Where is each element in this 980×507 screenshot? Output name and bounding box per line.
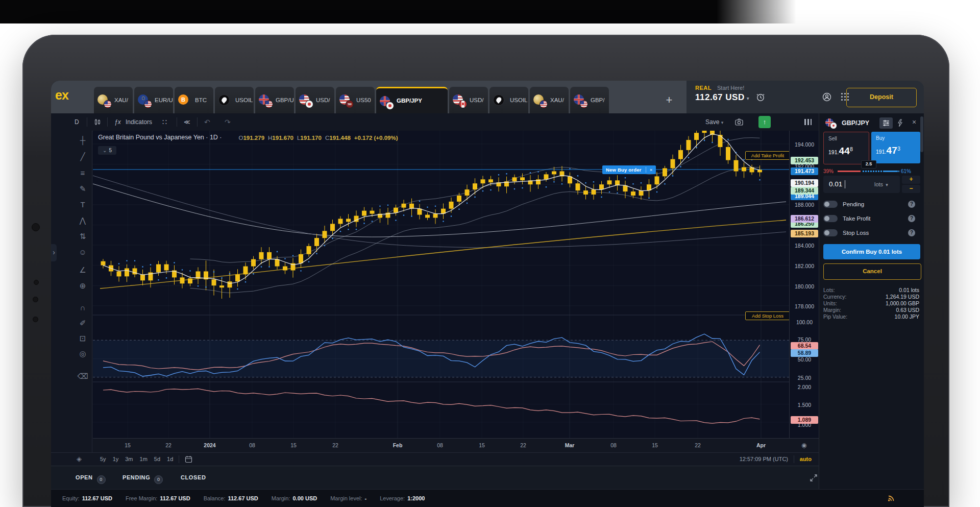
profile-icon[interactable] <box>822 92 832 102</box>
fib-retracement-icon[interactable]: ≡ <box>77 168 89 177</box>
new-buy-order-tag[interactable]: New Buy order× <box>602 165 656 174</box>
metric-marginlevel: Margin level:- <box>330 495 366 501</box>
layout-grid-icon[interactable]: ∷ <box>162 113 167 131</box>
indicators-button[interactable]: Indicators <box>126 113 152 131</box>
sell-button[interactable]: Sell 191.448 <box>823 132 869 164</box>
text-cursor <box>845 180 845 188</box>
symbol-tab-gbpu[interactable]: GBP/U <box>255 87 294 113</box>
emoji-icon[interactable]: ☺ <box>77 248 89 256</box>
connection-status-icon <box>887 494 895 502</box>
help-icon[interactable]: ? <box>908 215 915 222</box>
symbol-tab-euru[interactable]: EUR/U <box>134 87 173 113</box>
one-click-trading-button[interactable] <box>894 117 907 129</box>
timeframe-button[interactable]: D <box>75 113 79 131</box>
toggle-label: Take Profit <box>843 215 870 222</box>
axis-settings-icon[interactable]: ◉ <box>801 442 806 449</box>
zoom-in-icon[interactable]: ⊕ <box>77 281 89 291</box>
panel-close-icon[interactable]: × <box>912 118 916 126</box>
symbol-tab-btc[interactable]: BBTC <box>175 87 213 113</box>
publish-idea-button[interactable]: ↑ <box>758 116 771 128</box>
metric-freemargin: Free Margin:112.67 USD <box>126 495 190 501</box>
text-icon[interactable]: T <box>77 200 89 209</box>
confirm-buy-button[interactable]: Confirm Buy 0.01 lots <box>823 244 920 259</box>
range-3m[interactable]: 3m <box>125 456 133 462</box>
range-5d[interactable]: 5d <box>154 456 160 462</box>
lots-unit-dropdown[interactable]: lots▾ <box>874 181 888 187</box>
toggle-take-profit[interactable] <box>823 215 838 222</box>
volume-input[interactable]: 0.01 lots▾ <box>823 176 900 193</box>
symbol-tab-usd[interactable]: USD/ <box>449 87 488 113</box>
symbol-tab-usoil[interactable]: USOIL <box>215 87 254 113</box>
redo-icon[interactable]: ↷ <box>225 113 231 131</box>
toggle-pending[interactable] <box>823 201 838 208</box>
drawing-mode-icon[interactable]: ✐ <box>77 319 89 328</box>
symbol-tab-gbp[interactable]: GBP/ <box>570 87 609 113</box>
add-instrument-button[interactable]: + <box>662 93 677 108</box>
chart-type-icon[interactable] <box>94 118 101 126</box>
chart-canvas[interactable] <box>93 131 789 438</box>
panel-settings-button[interactable] <box>879 117 893 129</box>
price-chart-svg[interactable] <box>93 131 789 438</box>
price-axis[interactable]: 194.000192.453192.000191.473190.194189.3… <box>789 131 819 438</box>
hide-drawings-icon[interactable]: ◎ <box>77 349 89 358</box>
volume-decrease-button[interactable]: − <box>902 185 920 193</box>
go-to-date-icon[interactable] <box>185 455 192 463</box>
long-position-icon[interactable]: ⇅ <box>77 232 89 241</box>
cancel-button[interactable]: Cancel <box>823 263 921 280</box>
symbol-tab-xau[interactable]: XAU/ <box>94 87 133 113</box>
range-1y[interactable]: 1y <box>113 456 119 462</box>
measure-icon[interactable]: ∠ <box>77 265 89 275</box>
symbol-tab-xau[interactable]: XAU/ <box>530 87 569 113</box>
symbol-tab-us50[interactable]: 500US50 <box>336 87 375 113</box>
ohlc-value: 191.670 <box>272 135 293 141</box>
close-icon[interactable]: × <box>646 167 653 173</box>
tab-pending-positions[interactable]: PENDING0 <box>122 474 163 484</box>
alarm-icon[interactable] <box>755 92 766 102</box>
layers-icon[interactable]: ◈ <box>77 455 82 463</box>
brush-icon[interactable]: ✎ <box>77 184 89 194</box>
auto-scale-button[interactable]: auto <box>800 456 812 462</box>
metric-leverage: Leverage:1:2000 <box>380 495 425 501</box>
expand-icon[interactable] <box>810 474 818 482</box>
session-clock[interactable]: 12:57:09 PM (UTC) <box>740 456 788 462</box>
exness-logo[interactable]: ex <box>55 88 68 103</box>
undo-icon[interactable]: ↶ <box>204 113 210 131</box>
fx-icon[interactable]: ƒx <box>114 113 121 131</box>
save-button[interactable]: Save ▾ <box>705 113 723 131</box>
help-icon[interactable]: ? <box>908 229 915 236</box>
chart-legend: Great Britain Pound vs Japanese Yen · 1D… <box>98 133 398 142</box>
symbol-tab-gbpjpy[interactable]: GBP/JPY <box>376 87 448 115</box>
time-label-08: 08 <box>249 442 255 448</box>
buy-button[interactable]: Buy 191.473 <box>871 132 920 163</box>
columns-icon[interactable] <box>804 119 812 125</box>
chart-title[interactable]: Great Britain Pound vs Japanese Yen · 1D… <box>98 134 222 141</box>
crosshair-icon[interactable]: ┼ <box>77 136 89 144</box>
time-axis[interactable]: ◉ 15222024081522Feb081522Mar081522Apr <box>93 438 819 453</box>
camera-icon[interactable] <box>735 118 743 126</box>
tab-open-positions[interactable]: OPEN0 <box>76 474 106 484</box>
panel-scrollbar[interactable] <box>920 116 923 152</box>
volume-increase-button[interactable]: + <box>902 176 920 184</box>
toggle-stop-loss[interactable] <box>823 229 838 236</box>
delete-drawings-icon[interactable]: ⌫ <box>77 372 89 381</box>
magnet-icon[interactable]: ∩ <box>77 303 89 312</box>
symbol-tab-usoil[interactable]: USOIL <box>489 87 528 113</box>
price-label-58.89: 58.89 <box>791 349 818 357</box>
add-stop-loss-button[interactable]: Add Stop Loss <box>745 311 790 320</box>
range-1m[interactable]: 1m <box>140 456 148 462</box>
symbol-tab-usd[interactable]: USD/ <box>296 87 334 113</box>
tab-label: GBP/JPY <box>397 98 422 104</box>
help-icon[interactable]: ? <box>908 201 915 208</box>
xabcd-pattern-icon[interactable]: ⋀ <box>77 216 89 225</box>
tab-closed-positions[interactable]: CLOSED <box>181 474 206 480</box>
watchlist-expand-chevron[interactable]: › <box>51 244 57 261</box>
add-take-profit-button[interactable]: Add Take Profit <box>745 151 790 160</box>
range-5y[interactable]: 5y <box>100 456 106 462</box>
replay-icon[interactable]: ≪ <box>184 113 190 131</box>
lock-drawings-icon[interactable]: ⊡ <box>77 334 89 343</box>
deposit-button[interactable]: Deposit <box>846 88 917 107</box>
range-1d[interactable]: 1d <box>167 456 173 462</box>
gold-us-subflag-icon <box>540 100 548 108</box>
legend-collapse-chip[interactable]: ⌄5 <box>98 146 116 155</box>
trend-line-icon[interactable]: ╱ <box>77 152 89 161</box>
